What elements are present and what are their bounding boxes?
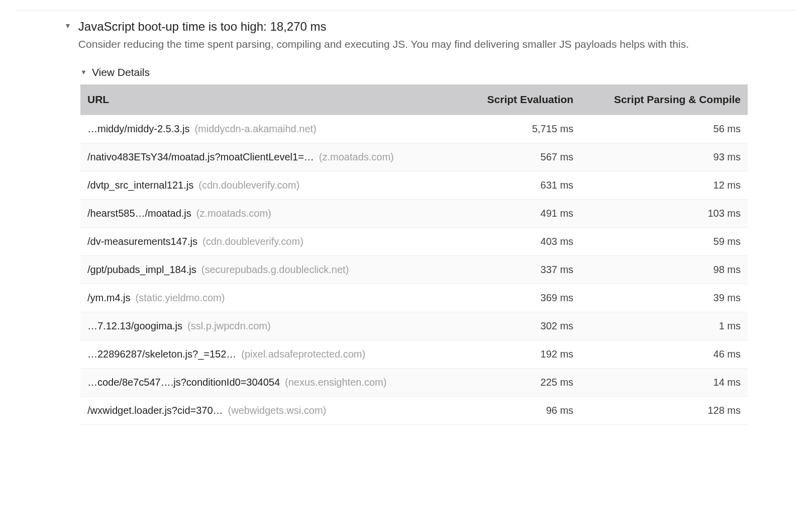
script-parse-cell: 103 ms [580,199,748,227]
url-cell[interactable]: …7.12.13/googima.js(ssl.p.jwpcdn.com) [80,312,461,340]
url-host: (cdn.doubleverify.com) [202,236,303,247]
script-eval-cell: 225 ms [461,368,580,396]
url-path: /dv-measurements147.js [87,236,197,247]
script-parse-cell: 59 ms [580,227,748,255]
table-row: /dv-measurements147.js(cdn.doubleverify.… [80,227,748,255]
url-host: (pixel.adsafeprotected.com) [241,348,365,360]
url-host: (middycdn-a.akamaihd.net) [194,123,316,134]
audit-details: ▼ View Details URL Script Evaluation Scr… [80,66,748,425]
url-path: …7.12.13/googima.js [87,320,182,331]
table-row: /gpt/pubads_impl_184.js(securepubads.g.d… [80,255,748,284]
script-eval-cell: 491 ms [461,199,580,227]
url-path: /hearst585…/moatad.js [87,208,191,219]
script-parse-cell: 98 ms [580,255,748,284]
table-row: …7.12.13/googima.js(ssl.p.jwpcdn.com)302… [80,312,748,340]
collapse-toggle-icon[interactable]: ▼ [64,22,71,29]
url-path: …code/8e7c547….js?conditionId0=304054 [87,377,280,388]
table-row: /dvtp_src_internal121.js(cdn.doubleverif… [80,171,748,199]
table-row: /ym.m4.js(static.yieldmo.com)369 ms39 ms [80,284,748,312]
url-host: (securepubads.g.doubleclick.net) [201,264,349,275]
view-details-label: View Details [92,66,150,78]
table-row: /wxwidget.loader.js?cid=370…(webwidgets.… [80,396,748,424]
url-cell[interactable]: /nativo483ETsY34/moatad.js?moatClientLev… [80,143,461,171]
url-cell[interactable]: /dv-measurements147.js(cdn.doubleverify.… [80,227,461,255]
results-table: URL Script Evaluation Script Parsing & C… [80,84,748,425]
chevron-down-icon: ▼ [80,69,87,75]
script-parse-cell: 93 ms [580,143,748,171]
url-cell[interactable]: …middy/middy-2.5.3.js(middycdn-a.akamaih… [80,115,461,143]
script-eval-cell: 403 ms [461,227,580,255]
script-eval-cell: 192 ms [461,340,580,368]
url-cell[interactable]: …code/8e7c547….js?conditionId0=304054(ne… [80,368,461,396]
url-cell[interactable]: /ym.m4.js(static.yieldmo.com) [80,284,461,312]
url-path: /wxwidget.loader.js?cid=370… [87,405,223,416]
url-host: (nexus.ensighten.com) [285,377,386,388]
url-cell[interactable]: /hearst585…/moatad.js(z.moatads.com) [80,199,461,227]
script-eval-cell: 631 ms [461,171,580,199]
col-url: URL [80,84,461,115]
url-cell[interactable]: /wxwidget.loader.js?cid=370…(webwidgets.… [80,396,461,424]
col-script-parse: Script Parsing & Compile [580,84,748,115]
url-host: (static.yieldmo.com) [136,292,225,303]
url-cell[interactable]: /dvtp_src_internal121.js(cdn.doubleverif… [80,171,461,199]
url-path: /nativo483ETsY34/moatad.js?moatClientLev… [87,151,314,162]
url-path: /dvtp_src_internal121.js [87,180,193,191]
url-host: (cdn.doubleverify.com) [198,180,299,191]
table-header-row: URL Script Evaluation Script Parsing & C… [80,84,748,115]
url-host: (ssl.p.jwpcdn.com) [187,320,271,331]
url-path: /ym.m4.js [87,292,131,303]
audit-panel: ▼ JavaScript boot-up time is too high: 1… [64,16,748,425]
script-parse-cell: 1 ms [580,312,748,340]
script-eval-cell: 337 ms [461,255,580,284]
script-parse-cell: 56 ms [580,115,748,143]
audit-title: JavaScript boot-up time is too high: 18,… [78,19,689,35]
table-row: …code/8e7c547….js?conditionId0=304054(ne… [80,368,748,396]
script-eval-cell: 567 ms [461,143,580,171]
table-row: /hearst585…/moatad.js(z.moatads.com)491 … [80,199,748,227]
col-script-eval: Script Evaluation [461,84,580,115]
url-path: /gpt/pubads_impl_184.js [87,264,196,275]
script-eval-cell: 302 ms [461,312,580,340]
view-details-toggle[interactable]: ▼ View Details [80,66,748,78]
script-parse-cell: 39 ms [580,284,748,312]
url-host: (webwidgets.wsi.com) [228,405,327,416]
script-parse-cell: 46 ms [580,340,748,368]
script-eval-cell: 369 ms [461,284,580,312]
script-parse-cell: 12 ms [580,171,748,199]
table-row: …22896287/skeleton.js?_=152…(pixel.adsaf… [80,340,748,368]
url-host: (z.moatads.com) [319,151,394,162]
url-cell[interactable]: /gpt/pubads_impl_184.js(securepubads.g.d… [80,255,461,284]
script-parse-cell: 128 ms [580,396,748,424]
script-parse-cell: 14 ms [580,368,748,396]
table-row: /nativo483ETsY34/moatad.js?moatClientLev… [80,143,748,171]
url-host: (z.moatads.com) [196,208,271,219]
script-eval-cell: 96 ms [461,396,580,424]
url-cell[interactable]: …22896287/skeleton.js?_=152…(pixel.adsaf… [80,340,461,368]
audit-header: ▼ JavaScript boot-up time is too high: 1… [64,16,748,57]
table-row: …middy/middy-2.5.3.js(middycdn-a.akamaih… [80,115,748,143]
audit-description: Consider reducing the time spent parsing… [78,37,689,52]
url-path: …22896287/skeleton.js?_=152… [87,348,236,360]
url-path: …middy/middy-2.5.3.js [87,123,189,134]
script-eval-cell: 5,715 ms [461,115,580,143]
